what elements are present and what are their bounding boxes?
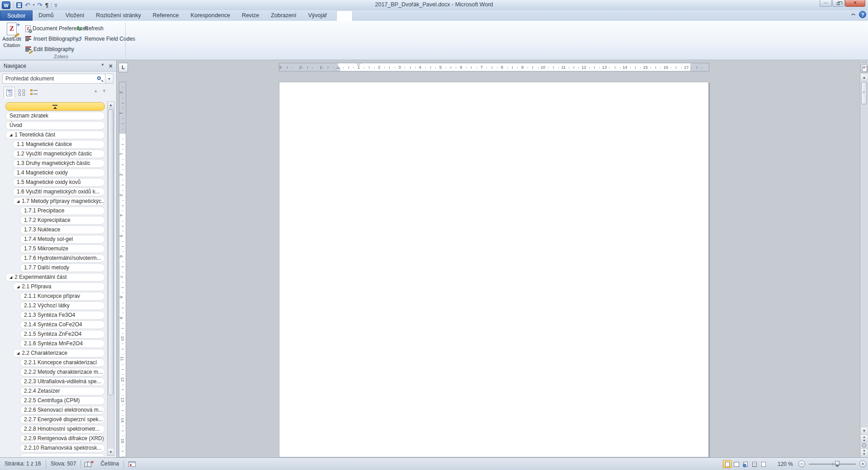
tab-browse-results[interactable] (28, 87, 39, 98)
nav-item[interactable]: 1.7.3 Nukleace (20, 226, 105, 234)
split-handle[interactable] (862, 61, 867, 63)
slider-thumb[interactable] (835, 461, 840, 465)
restore-button[interactable] (832, 0, 844, 7)
collapse-caret-icon[interactable]: ◢ (17, 283, 19, 291)
tab-browse-pages[interactable] (16, 87, 27, 98)
nav-item[interactable]: 2.1.4 Syntéza CoFe2O4 (20, 320, 105, 329)
nav-item[interactable]: 2.2.4 Zetasizer (20, 387, 105, 395)
edit-bibliography-button[interactable]: Edit Bibliography (25, 45, 74, 54)
proofing-errors-icon[interactable]: × (85, 461, 92, 467)
minimize-button[interactable]: — (820, 0, 832, 7)
scrollbar-thumb[interactable] (861, 82, 867, 104)
previous-result-icon[interactable]: ▲ (94, 89, 98, 93)
print-layout-view-button[interactable] (723, 460, 731, 468)
fullscreen-reading-view-button[interactable] (732, 460, 741, 468)
vertical-ruler[interactable]: 21123456789101112131415 (119, 82, 126, 457)
tab-browse-headings[interactable] (4, 87, 15, 98)
zoom-slider[interactable] (809, 461, 856, 467)
add-edit-citation-button[interactable]: Z+ Add/Edit Citation (1, 22, 23, 53)
zoom-out-button[interactable]: − (798, 461, 805, 467)
nav-item[interactable]: 2.1.5 Syntéza ZnFe2O4 (20, 330, 105, 338)
pane-close-icon[interactable]: × (109, 61, 113, 70)
first-line-indent-marker[interactable] (356, 63, 361, 66)
outline-view-button[interactable] (750, 460, 759, 468)
document-scrollbar[interactable]: ▲ ▼ ▲▲ ▼▼ (860, 61, 868, 457)
macro-record-icon[interactable] (128, 461, 136, 467)
zoom-in-button[interactable]: + (859, 461, 866, 467)
search-icon[interactable] (97, 76, 101, 80)
insert-bibliography-button[interactable]: Insert Bibliography (25, 34, 78, 43)
ribbon-tab-zobrazen-[interactable]: Zobrazení (265, 10, 302, 21)
horizontal-ruler[interactable]: 3211234567891011121314151617 (279, 63, 709, 71)
web-layout-view-button[interactable] (741, 460, 750, 468)
nav-item[interactable]: 1.7.7 Další metody (20, 263, 105, 272)
word-count[interactable]: Slova: 507 (46, 458, 81, 470)
ribbon-tab-rozlo-en-str-nky[interactable]: Rozložení stránky (90, 10, 146, 21)
nav-item[interactable]: 1.1 Magnetické částice (13, 140, 105, 149)
page-count[interactable]: Stránka: 1 z 16 (0, 458, 46, 470)
ribbon-tab-v-voj-[interactable]: Vývojář (302, 10, 333, 21)
nav-item[interactable]: 2.2.6 Skenovací elektronová m... (20, 406, 105, 414)
ribbon-tab-reference[interactable]: Reference (147, 10, 185, 21)
tab-selector-button[interactable]: L (118, 63, 128, 72)
scroll-up-icon[interactable]: ▲ (108, 102, 114, 108)
nav-item[interactable]: 1.6 Využití magnetických oxidů k... (13, 188, 105, 196)
scroll-up-icon[interactable]: ▲ (861, 74, 868, 81)
search-dropdown-icon[interactable]: ▼ (105, 74, 113, 84)
nav-item[interactable]: 2.2.5 Centrifuga (CPM) (20, 396, 105, 405)
zoom-level[interactable]: 120 % (775, 461, 793, 467)
help-icon[interactable]: ? (859, 11, 866, 18)
ribbon-tab-dom-[interactable]: Domů (33, 10, 59, 21)
next-result-icon[interactable]: ▼ (102, 89, 106, 93)
nav-item[interactable]: Úvod (5, 121, 105, 130)
scrollbar-thumb[interactable] (108, 109, 113, 395)
nav-item[interactable]: 1.2 Využití magnetických částic (13, 150, 105, 158)
nav-item[interactable]: 2.2.7 Energiově disperzní spek... (20, 415, 105, 424)
nav-item[interactable]: ◢2.1 Příprava (13, 282, 105, 291)
nav-item[interactable]: ◢1 Teoretická část (5, 131, 105, 139)
language-indicator[interactable]: Čeština (96, 458, 123, 470)
select-browse-object-icon[interactable] (862, 443, 866, 447)
close-button[interactable]: ✕ (845, 0, 865, 7)
nav-item[interactable]: 2.1.3 Syntéza Fe3O4 (20, 311, 105, 320)
nav-item[interactable]: 2.2.10 Ramanovská spektrosk... (20, 444, 105, 452)
document-page[interactable] (279, 82, 709, 457)
collapse-caret-icon[interactable]: ◢ (9, 273, 12, 281)
nav-item[interactable]: 1.5 Magnetické oxidy kovů (13, 178, 105, 187)
collapse-caret-icon[interactable]: ◢ (17, 349, 19, 357)
nav-item[interactable]: 2.1.1 Koncepce příprav (20, 292, 105, 301)
scroll-down-icon[interactable]: ▼ (861, 428, 868, 434)
ribbon-tab-vlo-en-[interactable]: Vložení (60, 10, 90, 21)
nav-item[interactable]: 2.2.8 Hmotnostní spektrometr... (20, 425, 105, 433)
nav-item[interactable]: 1.3 Druhy magnetických částic (13, 159, 105, 168)
nav-item[interactable]: ◢1.7 Metody přípravy magnetickýc... (13, 197, 105, 206)
ribbon-tab-soubor[interactable]: Soubor (0, 10, 33, 21)
ribbon-tab-revize[interactable]: Revize (236, 10, 265, 21)
previous-page-icon[interactable]: ▲▲ (861, 435, 868, 442)
ruler-toggle-icon[interactable] (861, 65, 868, 73)
nav-item[interactable]: ◢2.2 Charakterizace (13, 349, 105, 357)
nav-item[interactable]: 1.7.1 Precipitace (20, 207, 105, 215)
collapse-caret-icon[interactable]: ◢ (17, 197, 19, 205)
navigation-scrollbar[interactable]: ▲ ▼ (107, 101, 114, 456)
nav-item[interactable]: 1.7.2 Koprecipitace (20, 216, 105, 225)
nav-item[interactable]: 2.1.6 Syntéza MnFe2O4 (20, 339, 105, 348)
nav-item[interactable]: 2.2.3 Ultrafialová-viditelná spe... (20, 377, 105, 386)
nav-item[interactable]: 1.7.6 Hydrotermální/solvoterm... (20, 254, 105, 263)
refresh-button[interactable]: ↻ Refresh (76, 24, 104, 33)
nav-item[interactable]: 1.7.5 Mikroemulze (20, 244, 105, 253)
remove-field-codes-button[interactable]: ↺ Remove Field Codes (76, 34, 135, 43)
ribbon-tab-korespondence[interactable]: Korespondence (184, 10, 236, 21)
nav-item[interactable] (20, 453, 105, 456)
collapse-caret-icon[interactable]: ◢ (9, 131, 12, 139)
nav-item[interactable]: 1.4 Magnetické oxidy (13, 169, 105, 177)
title-bar[interactable]: W ↶ ▾ ↷ ¶ ▾ 2017_BP_Dvořák_Pavel.docx - … (0, 0, 868, 10)
nav-item[interactable]: 2.2.1 Koncepce charakterizací (20, 358, 105, 367)
ribbon-tab-active-addins[interactable] (336, 10, 353, 21)
pane-menu-icon[interactable]: ▼ (101, 63, 104, 67)
next-page-icon[interactable]: ▼▼ (861, 449, 868, 456)
nav-item[interactable]: 2.2.2 Metody charakterizace m... (20, 368, 105, 376)
minimize-ribbon-icon[interactable] (851, 14, 855, 16)
draft-view-button[interactable] (759, 460, 768, 468)
nav-item[interactable]: 2.1.2 Výchozí látky (20, 301, 105, 310)
